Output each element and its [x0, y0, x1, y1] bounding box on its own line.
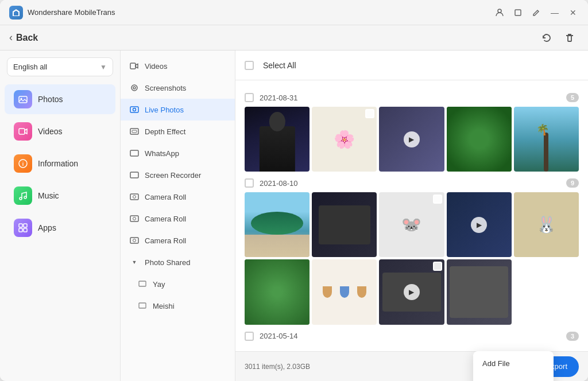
photo-cell[interactable] — [245, 107, 310, 172]
sidebar-item-music[interactable]: Music — [5, 181, 115, 211]
svg-point-7 — [20, 197, 22, 200]
mid-item-whatsapp[interactable]: WhatsApp — [121, 142, 235, 164]
videos-icon — [14, 122, 32, 141]
photo-cell[interactable]: ▶ — [379, 107, 444, 172]
svg-rect-4 — [19, 129, 25, 134]
photo-checkbox[interactable] — [365, 109, 374, 118]
sidebar-information-label: Information — [38, 159, 78, 168]
photo-cell[interactable] — [312, 192, 377, 257]
mid-item-videos[interactable]: Videos — [121, 55, 235, 77]
photo-cell[interactable] — [245, 259, 310, 324]
photo-cell[interactable] — [447, 259, 512, 324]
date-count-2: 9 — [566, 178, 579, 188]
mid-item-live-photos[interactable]: Live Photos — [121, 99, 235, 120]
play-button[interactable]: ▶ — [404, 131, 420, 147]
photo-cell[interactable] — [245, 192, 310, 257]
mid-recorder-label: Screen Recorder — [145, 171, 201, 180]
photos-icon — [14, 90, 32, 108]
mid-whatsapp-label: WhatsApp — [145, 149, 179, 158]
date-checkbox-3[interactable] — [245, 332, 254, 341]
photo-cell[interactable]: 🌸 — [312, 107, 377, 172]
mid-expand-icon: ▼ — [129, 256, 140, 268]
sidebar-item-videos[interactable]: Videos — [5, 116, 115, 146]
header-bar: ‹ Back — [0, 25, 588, 50]
photo-cell[interactable]: ▶ — [379, 259, 444, 324]
svg-rect-12 — [24, 228, 27, 232]
sidebar-item-information[interactable]: i Information — [5, 149, 115, 178]
svg-point-25 — [133, 217, 136, 220]
photo-cell[interactable]: 🌴 — [514, 107, 579, 172]
svg-rect-28 — [139, 281, 146, 286]
svg-rect-13 — [130, 63, 136, 69]
select-all-checkbox[interactable] — [245, 61, 254, 70]
photo-grid-1: 🌸 ▶ 🌴 — [245, 107, 579, 172]
svg-rect-24 — [130, 216, 138, 221]
mid-depth-label: Depth Effect — [145, 127, 185, 136]
device-selector[interactable]: English all ▼ — [7, 57, 113, 76]
play-button[interactable]: ▶ — [404, 284, 420, 300]
back-arrow-icon[interactable]: ‹ — [9, 32, 13, 44]
svg-rect-9 — [19, 224, 22, 227]
svg-point-15 — [133, 87, 136, 89]
mid-whatsapp-icon — [129, 147, 140, 159]
date-row-3: 2021-05-14 3 — [245, 332, 579, 341]
mid-item-photo-shared[interactable]: ▼ Photo Shared — [121, 251, 235, 273]
close-button[interactable]: ✕ — [567, 7, 579, 18]
mid-item-screenshots[interactable]: Screenshots — [121, 77, 235, 99]
mid-item-screen-recorder[interactable]: Screen Recorder — [121, 164, 235, 186]
sidebar-apps-label: Apps — [38, 223, 56, 232]
mid-item-meishi[interactable]: Meishi — [121, 295, 235, 317]
app-title: Wondershare MobileTrans — [28, 8, 494, 17]
mid-screenshots-label: Screenshots — [145, 84, 186, 92]
photo-cell[interactable] — [312, 259, 377, 324]
date-row-2: 2021-08-10 9 — [245, 178, 579, 188]
trash-button[interactable] — [560, 29, 579, 47]
back-section: ‹ Back — [9, 32, 537, 44]
sidebar-item-apps[interactable]: Apps — [5, 213, 115, 243]
svg-point-8 — [24, 196, 26, 199]
add-file-item[interactable]: Add File — [473, 353, 554, 374]
photo-checkbox[interactable] — [433, 195, 442, 204]
sidebar-item-photos[interactable]: Photos — [5, 84, 115, 114]
mid-item-depth-effect[interactable]: Depth Effect — [121, 120, 235, 142]
photo-cell[interactable] — [447, 107, 512, 172]
edit-button[interactable] — [531, 7, 542, 18]
app-logo — [9, 6, 23, 20]
photo-cell[interactable]: ▶ — [447, 192, 512, 257]
photo-cell[interactable]: 🐰 — [514, 192, 579, 257]
svg-point-0 — [498, 9, 501, 13]
photo-cell[interactable]: 🐭 — [379, 192, 444, 257]
date-count-3: 3 — [566, 332, 579, 341]
mid-yay-icon — [137, 278, 148, 290]
titlebar: Wondershare MobileTrans — ✕ — [0, 0, 588, 25]
photo-checkbox[interactable] — [433, 262, 442, 271]
svg-rect-11 — [19, 228, 22, 232]
mid-item-camera-roll-2[interactable]: Camera Roll — [121, 208, 235, 230]
svg-rect-2 — [19, 96, 27, 103]
mid-item-yay[interactable]: Yay — [121, 273, 235, 295]
mid-item-camera-roll-1[interactable]: Camera Roll — [121, 186, 235, 208]
mid-item-camera-roll-3[interactable]: Camera Roll — [121, 230, 235, 251]
date-label-1: 2021-08-31 — [260, 94, 560, 102]
svg-rect-20 — [130, 150, 138, 156]
svg-point-17 — [133, 108, 136, 111]
date-row-1: 2021-08-31 5 — [245, 93, 579, 102]
device-selector-label: English all — [13, 63, 47, 71]
minimize-button[interactable]: — — [549, 7, 560, 18]
mid-meishi-icon — [137, 300, 148, 312]
main-content: English all ▼ Photos Videos i Informa — [0, 50, 588, 381]
svg-rect-21 — [130, 172, 138, 178]
date-checkbox-2[interactable] — [245, 178, 254, 188]
undo-button[interactable] — [537, 29, 556, 47]
photo-toolbar: Select All — [235, 50, 588, 80]
header-actions — [537, 29, 579, 47]
maximize-button[interactable] — [512, 7, 524, 18]
photo-area: 2021-08-31 5 🌸 ▶ — [235, 80, 588, 351]
back-label[interactable]: Back — [16, 33, 38, 43]
add-folder-item[interactable]: Add Folder — [473, 374, 554, 381]
app-window: Wondershare MobileTrans — ✕ ‹ Back — [0, 0, 588, 381]
account-button[interactable] — [494, 7, 505, 18]
play-button[interactable]: ▶ — [471, 217, 487, 233]
date-checkbox-1[interactable] — [245, 93, 254, 102]
mid-camera3-label: Camera Roll — [145, 236, 186, 245]
